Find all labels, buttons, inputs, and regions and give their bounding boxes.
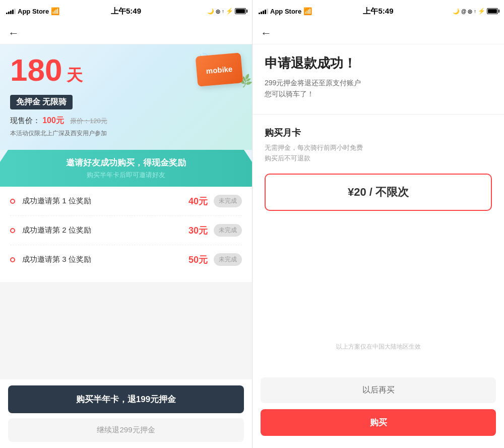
signal-bar-1 <box>6 13 8 14</box>
screen-right: App Store 📶 上午5:49 🌙 @ ◎ ↑ ⚡ ← 申请退款成功！ 2… <box>252 0 504 448</box>
signal-icon-right <box>259 8 268 14</box>
back-button-right[interactable]: ← <box>261 27 272 40</box>
back-button-left[interactable]: ← <box>8 27 19 40</box>
battery-icon-left <box>235 8 246 14</box>
monthly-card-section: 购买月卡 无需押金，每次骑行前两小时免费 购买后不可退款 ¥20 / 不限次 <box>265 115 492 221</box>
at-icon-right: @ <box>461 9 466 14</box>
original-price: 原价：120元 <box>70 117 107 125</box>
carrier-name-left: App Store <box>18 8 49 15</box>
screen-left: App Store 📶 上午5:49 🌙 ◎ ↑ ⚡ ← 180 天 免押金 无… <box>0 0 252 448</box>
success-desc: 299元押金将退还至原支付账户 您可以骑车了！ <box>265 77 492 100</box>
arrow-icon-right: ↑ <box>474 9 476 14</box>
nav-bar-left: ← <box>0 22 252 44</box>
reward-text-2: 成功邀请第 2 位奖励 <box>22 226 188 235</box>
carrier-name-right: App Store <box>270 8 301 15</box>
reward-status-1: 未完成 <box>214 195 242 207</box>
region-notice: 以上方案仅在中国大陆地区生效 <box>265 221 492 357</box>
carrier-left: App Store 📶 <box>6 7 59 15</box>
later-button[interactable]: 以后再买 <box>261 377 496 403</box>
reward-amount-3: 50元 <box>188 254 208 266</box>
invite-sub: 购买半年卡后即可邀请好友 <box>10 171 242 180</box>
battery-icon-right <box>487 8 498 14</box>
price-option[interactable]: ¥20 / 不限次 <box>265 174 492 211</box>
screen2-content: 申请退款成功！ 299元押金将退还至原支付账户 您可以骑车了！ 购买月卡 无需押… <box>253 44 504 377</box>
signal-icon <box>6 8 16 14</box>
success-title: 申请退款成功！ <box>265 54 492 72</box>
reward-text-1: 成功邀请第 1 位奖励 <box>22 196 188 206</box>
location-icon: ◎ <box>216 9 220 14</box>
wifi-icon-left: 📶 <box>51 7 59 15</box>
price-option-text: ¥20 / 不限次 <box>348 186 409 198</box>
monthly-card-title: 购买月卡 <box>265 127 492 139</box>
hero-note: 本活动仅限北上广深及西安用户参加 <box>10 129 242 138</box>
moon-icon-right: 🌙 <box>453 8 460 15</box>
reward-dot-3 <box>10 257 15 262</box>
time-left: 上午5:49 <box>111 7 141 16</box>
hero-banner: 180 天 免押金 无限骑 现售价： 100元 原价：120元 本活动仅限北上广… <box>0 44 252 150</box>
reward-status-2: 未完成 <box>214 224 242 237</box>
reward-item-2: 成功邀请第 2 位奖励 30元 未完成 <box>10 216 242 245</box>
battery-fill-right <box>488 9 497 13</box>
moon-icon: 🌙 <box>207 8 214 15</box>
success-section: 申请退款成功！ 299元押金将退还至原支付账户 您可以骑车了！ <box>265 54 492 114</box>
invite-banner: 邀请好友成功购买，得现金奖励 购买半年卡后即可邀请好友 <box>0 150 252 187</box>
arrow-icon: ↑ <box>222 9 224 14</box>
current-price-label: 现售价： <box>10 116 40 125</box>
bluetooth-icon-right: ⚡ <box>478 8 485 15</box>
status-bar-left: App Store 📶 上午5:49 🌙 ◎ ↑ ⚡ <box>0 0 252 22</box>
current-price-value: 100元 <box>42 116 64 125</box>
screen2-bottom-buttons: 以后再买 购买 <box>253 377 504 448</box>
reward-item-3: 成功邀请第 3 位奖励 50元 未完成 <box>10 245 242 274</box>
continue-refund-button[interactable]: 继续退299元押金 <box>8 418 244 442</box>
signal-bar-5 <box>14 9 16 14</box>
buy-button[interactable]: 购买 <box>261 409 496 436</box>
hero-price-row: 现售价： 100元 原价：120元 <box>10 116 242 126</box>
reward-list: 成功邀请第 1 位奖励 40元 未完成 成功邀请第 2 位奖励 30元 未完成 … <box>0 187 252 282</box>
reward-status-3: 未完成 <box>214 253 242 266</box>
screen1-scroll-content: 180 天 免押金 无限骑 现售价： 100元 原价：120元 本活动仅限北上广… <box>0 44 252 379</box>
reward-amount-2: 30元 <box>188 225 208 237</box>
signal-bar-2 <box>8 12 10 14</box>
bluetooth-icon: ⚡ <box>226 8 233 15</box>
reward-dot-1 <box>10 199 15 204</box>
wifi-icon-right: 📶 <box>303 7 312 15</box>
buy-half-year-button[interactable]: 购买半年卡，退199元押金 <box>8 385 244 413</box>
status-right-icons-left: 🌙 ◎ ↑ ⚡ <box>207 8 246 15</box>
hero-badge: 免押金 无限骑 <box>10 95 73 109</box>
status-right-icons-right: 🌙 @ ◎ ↑ ⚡ <box>453 8 498 15</box>
status-bar-right: App Store 📶 上午5:49 🌙 @ ◎ ↑ ⚡ <box>253 0 504 22</box>
reward-amount-1: 40元 <box>188 195 208 207</box>
signal-bar-3 <box>10 11 12 14</box>
bottom-buttons-left: 购买半年卡，退199元押金 继续退299元押金 <box>0 379 252 448</box>
reward-item-1: 成功邀请第 1 位奖励 40元 未完成 <box>10 187 242 216</box>
hero-days-unit: 天 <box>67 66 83 84</box>
battery-fill-left <box>236 9 245 13</box>
mobike-logo: mobike <box>196 52 243 87</box>
nav-bar-right: ← <box>253 22 504 44</box>
hero-days: 180 <box>10 52 62 87</box>
reward-dot-2 <box>10 228 15 233</box>
location-icon-right: ◎ <box>468 9 472 14</box>
reward-text-3: 成功邀请第 3 位奖励 <box>22 255 188 264</box>
time-right: 上午5:49 <box>363 7 393 16</box>
monthly-card-desc: 无需押金，每次骑行前两小时免费 购买后不可退款 <box>265 143 492 164</box>
invite-banner-title: 邀请好友成功购买，得现金奖励 <box>10 157 242 169</box>
signal-bar-4 <box>12 10 14 14</box>
carrier-right: App Store 📶 <box>259 7 312 15</box>
